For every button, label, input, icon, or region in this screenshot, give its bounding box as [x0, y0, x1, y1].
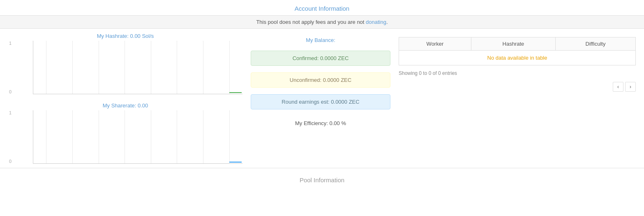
sharerate-chart	[33, 110, 242, 164]
balance-round-earnings: Round earnings est: 0.0000 ZEC	[251, 94, 390, 109]
v-line	[177, 41, 177, 94]
no-data-cell: No data available in table	[399, 51, 636, 65]
notice-text-after: .	[386, 19, 388, 25]
showing-entries-text: Showing 0 to 0 of 0 entries	[399, 70, 636, 76]
v-line	[72, 110, 73, 163]
workers-column: Worker Hashrate Difficulty No data avail…	[399, 33, 636, 92]
col-worker[interactable]: Worker	[399, 37, 471, 51]
v-line	[72, 41, 73, 94]
sharerate-chart-section: My Sharerate: 0.00 1 0	[8, 102, 242, 164]
balance-unconfirmed: Unconfirmed: 0.0000 ZEC	[251, 72, 390, 88]
hashrate-chart-section: My Hashrate: 0.00 Sol/s 1 0	[8, 33, 242, 94]
v-line	[99, 41, 99, 94]
workers-table: Worker Hashrate Difficulty No data avail…	[399, 37, 636, 65]
donating-link[interactable]: donating	[366, 19, 386, 25]
sharerate-y-top: 1	[9, 110, 12, 115]
page-title: Account Information	[0, 0, 644, 15]
hashrate-y-bottom: 0	[9, 89, 12, 94]
pool-info-title: Pool Information	[0, 170, 644, 187]
table-row: No data available in table	[399, 51, 636, 65]
v-line	[229, 110, 230, 163]
v-line	[151, 41, 151, 94]
v-line	[177, 110, 177, 163]
v-line	[99, 110, 99, 163]
table-header-row: Worker Hashrate Difficulty	[399, 37, 636, 51]
balance-column: My Balance: Confirmed: 0.0000 ZEC Unconf…	[251, 33, 390, 126]
hashrate-y-top: 1	[9, 41, 12, 46]
prev-page-button[interactable]: ‹	[613, 82, 623, 92]
v-line	[46, 110, 46, 163]
v-line	[125, 41, 125, 94]
v-line	[203, 41, 203, 94]
hashrate-chart-title: My Hashrate: 0.00 Sol/s	[8, 33, 242, 39]
sharerate-y-bottom: 0	[9, 159, 12, 164]
sharerate-v-lines	[33, 110, 242, 163]
v-line	[46, 41, 46, 94]
sharerate-line	[229, 162, 242, 163]
col-difficulty[interactable]: Difficulty	[556, 37, 636, 51]
charts-column: My Hashrate: 0.00 Sol/s 1 0	[8, 33, 242, 164]
efficiency-label: My Efficiency: 0.00 %	[251, 120, 390, 126]
balance-confirmed: Confirmed: 0.0000 ZEC	[251, 51, 390, 66]
bottom-divider	[0, 168, 644, 168]
hashrate-v-lines	[33, 41, 242, 94]
v-line	[125, 110, 125, 163]
sharerate-chart-title: My Sharerate: 0.00	[8, 102, 242, 109]
next-page-button[interactable]: ›	[625, 82, 636, 92]
col-hashrate[interactable]: Hashrate	[471, 37, 555, 51]
notice-bar: This pool does not apply fees and you ar…	[0, 15, 644, 29]
pagination-controls: ‹ ›	[399, 82, 636, 92]
v-line	[229, 41, 230, 94]
v-line	[203, 110, 203, 163]
notice-text-before: This pool does not apply fees and you ar…	[256, 19, 366, 25]
hashrate-line	[229, 92, 242, 93]
balance-title: My Balance:	[251, 37, 390, 43]
hashrate-chart	[33, 41, 242, 94]
v-line	[151, 110, 151, 163]
